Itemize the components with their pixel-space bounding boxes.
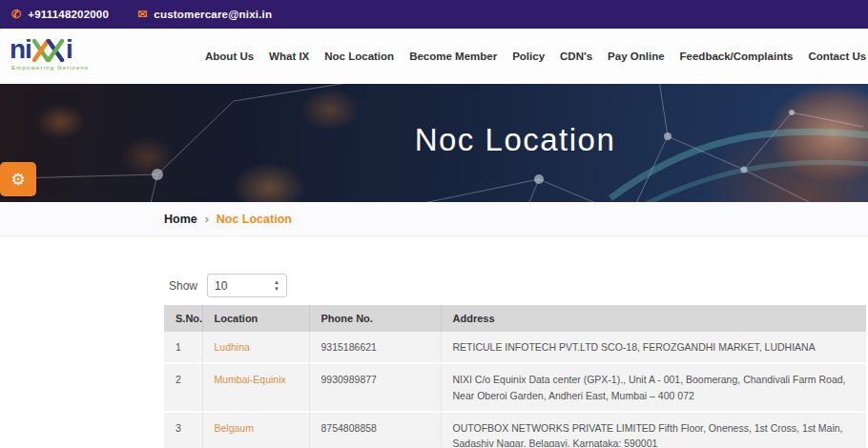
table-row: 1 Ludhina 9315186621 RETICULE INFOTECH P… <box>164 332 866 363</box>
noc-location-page: { "topbar": { "phone": "+911148202000", … <box>0 0 868 448</box>
select-spinner-icon: ▲ ▼ <box>274 279 279 292</box>
page-size-select[interactable]: 10 ▲ ▼ <box>207 274 287 297</box>
nav-item-noc-location[interactable]: Noc Location <box>324 51 394 62</box>
logo-text-ni: ni <box>10 36 31 63</box>
page-size-value: 10 <box>215 279 227 293</box>
phone-link[interactable]: ✆ +911148202000 <box>11 9 109 20</box>
table-header-row: S.No. Location Phone No. Address <box>164 305 866 332</box>
nav-menu: About Us What IX Noc Location Become Mem… <box>205 29 866 84</box>
cell-sno: 2 <box>164 363 202 412</box>
cell-phone: 9930989877 <box>309 363 441 412</box>
cell-address: OUTOFBOX NETWORKS PRIVATE LIMITED Fifth … <box>441 412 866 448</box>
noc-locations-table: S.No. Location Phone No. Address 1 Ludhi… <box>164 305 866 448</box>
email-address: customercare@nixi.in <box>154 9 272 20</box>
cell-address: NIXI C/o Equinix Data center (GPX-1)., U… <box>441 363 866 412</box>
header-phone: Phone No. <box>309 305 441 332</box>
breadcrumb-bar: Home › Noc Location <box>0 202 868 236</box>
cell-location: Ludhina <box>202 332 309 363</box>
nav-item-policy[interactable]: Policy <box>512 51 545 62</box>
nav-item-what-ix[interactable]: What IX <box>269 51 309 62</box>
breadcrumb-current: Noc Location <box>217 213 292 226</box>
page-size-control: Show 10 ▲ ▼ <box>169 274 287 297</box>
email-icon: ✉ <box>137 9 147 20</box>
phone-icon: ✆ <box>11 9 21 20</box>
cell-address: RETICULE INFOTECH PVT.LTD SCO-18, FEROZG… <box>441 332 866 363</box>
nav-item-about-us[interactable]: About Us <box>205 51 254 62</box>
header-address: Address <box>441 305 866 332</box>
nav-item-contact-us[interactable]: Contact Us <box>808 51 866 62</box>
nixi-logo[interactable]: ni i Empowering Netizens <box>10 36 89 71</box>
nav-item-cdn-s[interactable]: CDN's <box>560 51 592 62</box>
location-link[interactable]: Mumbai-Equinix <box>215 374 286 385</box>
phone-number: +911148202000 <box>28 9 109 20</box>
nav-item-pay-online[interactable]: Pay Online <box>608 51 664 62</box>
cell-phone: 8754808858 <box>309 412 441 448</box>
table-row: 2 Mumbai-Equinix 9930989877 NIXI C/o Equ… <box>164 363 866 412</box>
breadcrumb: Home › Noc Location <box>164 213 292 226</box>
email-link[interactable]: ✉ customercare@nixi.in <box>137 9 272 20</box>
header-location: Location <box>202 305 309 332</box>
main-navbar: ni i Empowering Netizens About Us What I… <box>0 29 868 84</box>
top-contact-bar: ✆ +911148202000 ✉ customercare@nixi.in <box>0 0 868 29</box>
logo-text-i: i <box>66 36 72 63</box>
cell-location: Mumbai-Equinix <box>202 363 309 412</box>
breadcrumb-home-link[interactable]: Home <box>164 213 197 226</box>
location-link[interactable]: Belgaum <box>215 422 254 434</box>
logo-xx-icon <box>32 39 65 62</box>
nav-item-feedback-complaints[interactable]: Feedback/Complaints <box>680 51 794 62</box>
hero-banner: Noc Location <box>0 84 868 202</box>
header-sno: S.No. <box>164 305 202 332</box>
cell-location: Belgaum <box>202 412 309 448</box>
cell-sno: 1 <box>164 332 202 363</box>
nav-item-become-member[interactable]: Become Member <box>409 51 497 62</box>
cell-phone: 9315186621 <box>309 332 441 363</box>
gear-icon: ⚙ <box>10 170 25 190</box>
accessibility-gear-button[interactable]: ⚙ <box>0 162 36 196</box>
breadcrumb-separator: › <box>205 213 209 226</box>
logo-tagline: Empowering Netizens <box>10 65 89 71</box>
cell-sno: 3 <box>164 412 202 448</box>
table-row: 3 Belgaum 8754808858 OUTOFBOX NETWORKS P… <box>164 412 866 448</box>
location-link[interactable]: Ludhina <box>215 341 250 353</box>
show-label: Show <box>169 279 197 293</box>
page-title: Noc Location <box>415 122 616 158</box>
